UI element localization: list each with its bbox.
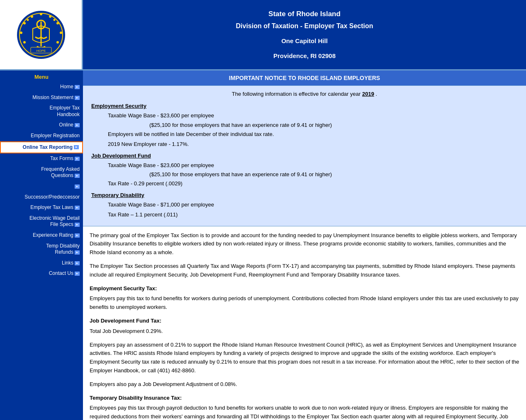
section-item: Tax Rate – 1.1 percent (.011) xyxy=(108,211,518,219)
external-link-icon: ▸ xyxy=(75,206,80,210)
section-item: ($25,100 for those employers that have a… xyxy=(149,171,518,177)
external-link-icon: ▸ xyxy=(74,145,79,149)
section-heading-job-development-fund: Job Development Fund xyxy=(91,153,518,159)
page-header: HOPE State of Rhode Island Division of T… xyxy=(0,0,526,70)
body-paragraph-p1: The primary goal of the Employer Tax Sec… xyxy=(90,231,519,257)
sidebar-item-faq[interactable]: Frequently AskedQuestions▸ xyxy=(0,164,83,181)
section-item: Employers will be notified in late Decem… xyxy=(108,130,518,138)
external-link-icon: ▸ xyxy=(75,174,80,178)
sidebar-item-online-tax-reporting[interactable]: Online Tax Reporting▸ xyxy=(0,141,83,154)
logo-area: HOPE xyxy=(0,0,83,69)
svg-point-14 xyxy=(27,19,29,21)
section-item: ($25,100 for those employers that have a… xyxy=(149,122,518,128)
state-seal-icon: HOPE xyxy=(16,10,66,60)
sidebar-item-experience-rating[interactable]: Experience Rating▸ xyxy=(0,230,83,241)
sidebar-item-electronic-wage[interactable]: Electronic Wage DetailFile Specs▸ xyxy=(0,213,83,230)
section-heading-temporary-disability: Temporary Disability xyxy=(91,192,518,198)
svg-point-13 xyxy=(31,15,33,18)
header-line1: State of Rhode Island xyxy=(236,8,373,20)
section-heading-employment-security: Employment Security xyxy=(91,103,518,109)
body-heading-heading-temporary-disability-tax: Temporary Disability Insurance Tax: xyxy=(90,394,519,403)
external-link-icon: ▸ xyxy=(75,96,80,100)
sidebar-item-contact-us[interactable]: Contact Us▸ xyxy=(0,268,83,279)
content-area: IMPORTANT NOTICE TO RHODE ISLAND EMPLOYE… xyxy=(83,70,526,420)
section-item: Tax Rate - 0.29 percent (.0029) xyxy=(108,180,518,188)
header-line4: Providence, RI 02908 xyxy=(236,51,373,61)
body-paragraph-heading-temporary-disability-tax: Employees pay this tax through payroll d… xyxy=(90,404,519,420)
external-link-icon: ▸ xyxy=(75,250,80,255)
sidebar-item-employer-tax-laws[interactable]: Employer Tax Laws▸ xyxy=(0,202,83,213)
external-link-icon: ▸ xyxy=(75,85,80,89)
notice-year-text: The following information is effective f… xyxy=(232,91,360,97)
sidebar-item-mission-statement[interactable]: Mission Statement▸ xyxy=(0,92,83,103)
external-link-icon: ▸ xyxy=(75,185,80,189)
body-heading-heading-job-development-fund-tax: Job Development Fund Tax: xyxy=(90,317,519,325)
section-item: Taxable Wage Base - $23,600 per employee xyxy=(108,112,518,120)
header-line3: One Capitol Hill xyxy=(236,36,373,46)
notice-year: 2019 xyxy=(362,91,374,97)
body-paragraphs: The primary goal of the Employer Tax Sec… xyxy=(90,231,519,420)
sidebar-menu-label: Menu xyxy=(0,70,83,82)
external-link-icon: ▸ xyxy=(75,157,80,161)
sidebar-item-icon-only[interactable]: ▸ xyxy=(0,181,83,192)
sidebar-item-online[interactable]: Online▸ xyxy=(0,120,83,131)
sidebar-item-tax-forms[interactable]: Tax Forms▸ xyxy=(0,153,83,164)
notice-year-line: The following information is effective f… xyxy=(91,91,518,97)
main-layout: Menu Home▸Mission Statement▸Employer Tax… xyxy=(0,70,526,420)
external-link-icon: ▸ xyxy=(75,272,80,276)
svg-point-6 xyxy=(56,41,59,44)
external-link-icon: ▸ xyxy=(75,123,80,127)
section-item: Taxable Wage Base - $23,600 per employee xyxy=(108,161,518,170)
notice-year-suffix: . xyxy=(376,91,377,97)
body-paragraph-p2: The Employer Tax Section processes all Q… xyxy=(90,262,519,279)
body-paragraph-heading-employment-security-tax: Employers pay this tax to fund benefits … xyxy=(90,294,519,312)
svg-text:HOPE: HOPE xyxy=(36,49,46,53)
sidebar-items-container: Home▸Mission Statement▸Employer TaxHandb… xyxy=(0,82,83,279)
sidebar-item-employer-registration[interactable]: Employer Registration xyxy=(0,131,83,141)
section-item: Taxable Wage Base - $71,000 per employee xyxy=(108,201,518,209)
sidebar-item-home[interactable]: Home▸ xyxy=(0,82,83,92)
body-paragraph-p3: Employers pay an assessment of 0.21% to … xyxy=(90,341,519,375)
section-item: 2019 New Employer rate - 1.17%. xyxy=(108,140,518,148)
header-text: State of Rhode Island Division of Taxati… xyxy=(83,0,526,69)
body-paragraph-p4: Employers also pay a Job Development Adj… xyxy=(90,380,519,389)
sidebar-item-links[interactable]: Links▸ xyxy=(0,258,83,269)
notice-header: IMPORTANT NOTICE TO RHODE ISLAND EMPLOYE… xyxy=(83,70,526,86)
sidebar-item-temp-disability[interactable]: Temp DisabilityRefunds▸ xyxy=(0,241,83,258)
body-text-area: The primary goal of the Employer Tax Sec… xyxy=(83,226,526,420)
sidebar: Menu Home▸Mission Statement▸Employer Tax… xyxy=(0,70,83,420)
notice-sections: Employment SecurityTaxable Wage Base - $… xyxy=(91,103,518,219)
sidebar-item-successor[interactable]: Successor/Predeccessor xyxy=(0,192,83,203)
svg-point-5 xyxy=(60,32,62,34)
svg-point-2 xyxy=(40,13,42,15)
header-line2: Division of Taxation - Employer Tax Sect… xyxy=(236,20,373,32)
external-link-icon: ▸ xyxy=(75,261,80,265)
svg-point-12 xyxy=(23,22,26,24)
svg-point-3 xyxy=(49,15,51,18)
body-paragraph-heading-job-development-fund-tax: Total Job Development 0.29%. xyxy=(90,327,519,336)
notice-body: The following information is effective f… xyxy=(83,86,526,226)
external-link-icon: ▸ xyxy=(75,233,80,238)
sidebar-item-employer-tax-handbook[interactable]: Employer TaxHandbook xyxy=(0,103,83,120)
svg-point-4 xyxy=(56,22,59,24)
body-heading-heading-employment-security-tax: Employment Security Tax: xyxy=(90,284,519,293)
svg-point-11 xyxy=(20,32,22,34)
svg-point-15 xyxy=(53,19,55,21)
external-link-icon: ▸ xyxy=(75,223,80,227)
svg-point-10 xyxy=(23,41,26,44)
